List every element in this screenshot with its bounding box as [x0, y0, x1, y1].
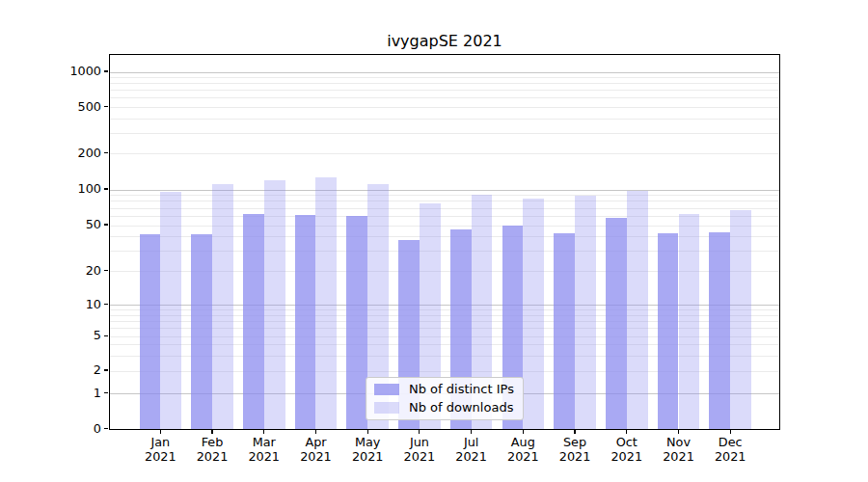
bar-downloads-mar — [264, 180, 285, 429]
gridline-minor — [110, 107, 779, 108]
x-tick-label-line: 2021 — [600, 449, 654, 464]
bar-downloads-sep — [575, 196, 596, 429]
y-tick — [104, 335, 108, 336]
x-tick-label-line: 2021 — [340, 449, 394, 464]
x-tick-label-line: Feb — [185, 435, 239, 449]
y-tick — [104, 224, 108, 225]
y-tick — [104, 304, 108, 305]
y-tick-label: 100 — [53, 181, 101, 197]
x-tick-label-line: 2021 — [548, 449, 602, 464]
bar-distinct-ips-dec — [709, 232, 730, 429]
y-tick — [104, 70, 108, 71]
gridline-minor — [110, 201, 779, 201]
x-tick-label: Oct2021 — [600, 435, 654, 464]
x-tick-label-line: Nov — [652, 435, 706, 449]
x-tick-label: Aug2021 — [496, 435, 550, 464]
x-tick-label-line: May — [340, 435, 394, 449]
y-tick — [104, 392, 108, 393]
bar-downloads-nov — [679, 214, 700, 429]
y-tick-label: 1000 — [53, 64, 101, 79]
gridline-minor — [110, 195, 779, 196]
bar-distinct-ips-apr — [295, 215, 316, 429]
y-tick — [104, 270, 108, 271]
x-tick-label-line: 2021 — [652, 449, 706, 464]
x-tick-label-line: Sep — [548, 435, 602, 449]
bar-downloads-aug — [523, 199, 544, 429]
gridline-minor — [110, 208, 779, 209]
x-tick-label: Apr2021 — [288, 435, 342, 464]
y-tick — [104, 152, 108, 153]
y-tick — [104, 428, 108, 429]
y-tick-label: 10 — [53, 297, 101, 312]
y-tick — [104, 188, 108, 189]
x-tick-label-line: Mar — [237, 435, 291, 449]
x-tick-label: May2021 — [340, 435, 394, 464]
x-tick — [367, 429, 368, 434]
x-tick-label-line: 2021 — [133, 449, 187, 464]
x-tick-label-line: Jun — [393, 435, 447, 449]
bar-distinct-ips-oct — [606, 218, 627, 429]
y-tick-label: 200 — [53, 146, 101, 161]
x-tick-label-line: Jan — [133, 435, 187, 449]
gridline-minor — [110, 83, 779, 84]
gridline-minor — [110, 133, 779, 134]
legend-label-downloads: Nb of downloads — [409, 400, 513, 415]
x-tick-label-line: Aug — [496, 435, 550, 449]
y-tick-label: 500 — [53, 99, 101, 115]
x-tick — [160, 429, 161, 434]
x-tick-label-line: 2021 — [288, 449, 342, 464]
x-tick-label: Sep2021 — [548, 435, 602, 464]
bar-downloads-jan — [160, 192, 181, 429]
bar-distinct-ips-jan — [140, 234, 161, 429]
y-tick-label: 0 — [53, 421, 101, 437]
legend: Nb of distinct IPs Nb of downloads — [366, 377, 524, 420]
x-tick-label-line: 2021 — [185, 449, 239, 464]
x-tick — [263, 429, 264, 434]
legend-swatch-distinct-ips — [374, 384, 399, 395]
x-tick-label-line: Apr — [288, 435, 342, 449]
gridline-minor — [110, 119, 779, 120]
x-tick-label-line: 2021 — [393, 449, 447, 464]
y-tick-label: 50 — [53, 217, 101, 232]
bar-distinct-ips-nov — [658, 233, 679, 429]
gridline-minor — [110, 77, 779, 78]
y-tick — [104, 106, 108, 107]
x-tick-label-line: Jul — [445, 435, 499, 449]
chart: ivygapSE 2021 Nb of distinct IPs Nb of d… — [0, 0, 868, 482]
gridline-major — [110, 72, 779, 73]
x-tick — [730, 429, 731, 434]
bar-downloads-dec — [730, 210, 751, 429]
x-tick-label-line: 2021 — [237, 449, 291, 464]
x-tick-label-line: Oct — [600, 435, 654, 449]
legend-swatch-downloads — [374, 402, 399, 414]
x-tick-label-line: 2021 — [496, 449, 550, 464]
gridline-major — [110, 190, 779, 191]
chart-title: ivygapSE 2021 — [109, 31, 780, 51]
gridline-minor — [110, 153, 779, 154]
bar-downloads-oct — [627, 191, 648, 429]
y-tick-label: 1 — [53, 386, 101, 401]
x-tick — [574, 429, 575, 434]
x-tick-label: Feb2021 — [185, 435, 239, 464]
bar-downloads-feb — [212, 184, 233, 429]
y-tick — [104, 369, 108, 370]
x-tick — [626, 429, 627, 434]
y-tick-label: 5 — [53, 328, 101, 343]
x-tick-label-line: 2021 — [445, 449, 499, 464]
x-tick — [211, 429, 212, 434]
legend-item-distinct-ips: Nb of distinct IPs — [374, 382, 515, 397]
gridline-minor — [110, 90, 779, 91]
x-tick-label: Dec2021 — [703, 435, 757, 464]
bar-distinct-ips-may — [346, 216, 367, 429]
bar-downloads-apr — [315, 177, 337, 429]
x-tick-label-line: 2021 — [703, 449, 757, 464]
y-tick-label: 20 — [53, 263, 101, 279]
x-tick — [315, 429, 316, 434]
x-tick — [471, 429, 472, 434]
x-tick — [678, 429, 679, 434]
bar-distinct-ips-sep — [554, 233, 575, 429]
legend-label-distinct-ips: Nb of distinct IPs — [409, 382, 514, 397]
x-tick-label: Mar2021 — [237, 435, 291, 464]
x-tick-label: Jan2021 — [133, 435, 187, 464]
y-tick-label: 2 — [53, 362, 101, 378]
